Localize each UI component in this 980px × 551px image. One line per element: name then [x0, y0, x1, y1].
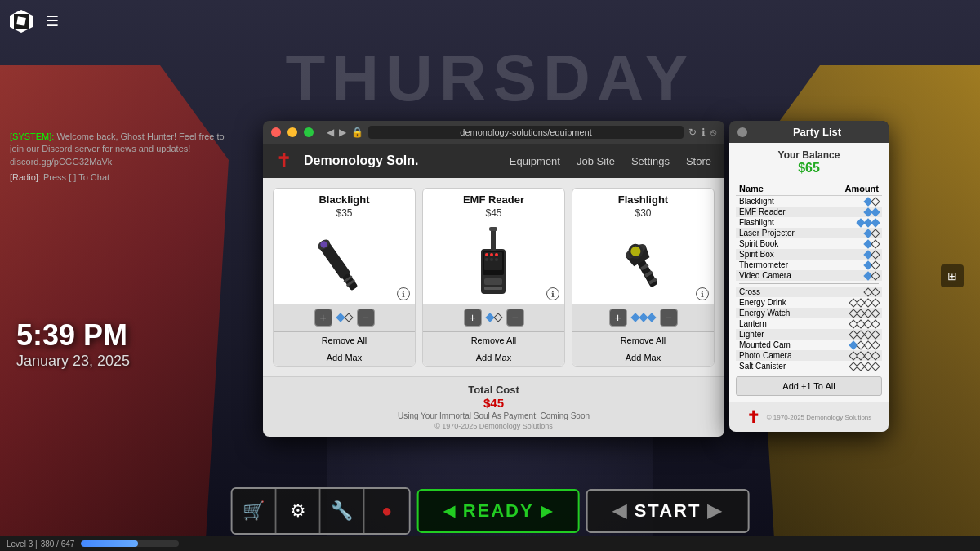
item-name: Video Camera: [736, 270, 824, 281]
emf-name: EMF Reader: [423, 189, 564, 207]
current-time: 5:39 PM: [16, 318, 130, 353]
emf-count: [487, 314, 501, 321]
roblox-controls: ☰: [10, 10, 59, 33]
diamond-empty: [344, 313, 353, 322]
blacklight-image: ℹ: [274, 222, 415, 304]
item-amount: [824, 228, 882, 238]
table-row: Energy Drink: [736, 297, 882, 308]
start-chevron-right: ▶: [707, 500, 723, 522]
maximize-button[interactable]: [304, 127, 314, 137]
col-name: Name: [736, 182, 824, 196]
table-row: Salt Canister: [736, 361, 882, 371]
blacklight-add-max[interactable]: Add Max: [274, 349, 415, 366]
shield-icon: 🔒: [351, 127, 363, 138]
forward-icon[interactable]: ▶: [339, 127, 346, 138]
footer-note: Using Your Immortal Soul As Payment: Com…: [276, 411, 711, 420]
flashlight-remove[interactable]: −: [660, 309, 678, 327]
emf-add[interactable]: +: [464, 309, 482, 327]
ready-button[interactable]: ◀ READY ▶: [417, 489, 580, 533]
emf-remove[interactable]: −: [506, 309, 524, 327]
item-amount: [824, 196, 882, 207]
balance-value: $65: [736, 161, 882, 176]
flashlight-remove-all[interactable]: Remove All: [572, 331, 714, 349]
party-header: Party List: [729, 121, 889, 143]
table-row: Cross: [736, 287, 882, 297]
blacklight-add[interactable]: +: [314, 309, 332, 327]
svg-point-13: [495, 253, 498, 256]
ready-chevron-right: ▶: [541, 502, 554, 520]
hamburger-menu[interactable]: ☰: [46, 12, 59, 30]
emf-add-max[interactable]: Add Max: [423, 349, 564, 366]
blacklight-remove-all[interactable]: Remove All: [274, 331, 415, 349]
party-table: Name Amount Blacklight EMF Reader Flashl…: [736, 182, 882, 371]
item-amount: [824, 308, 882, 318]
blacklight-count: [337, 314, 352, 321]
table-row: Thermometer: [736, 260, 882, 270]
emf-price: $45: [423, 207, 564, 219]
party-cross-icon: ✝: [746, 407, 760, 427]
refresh-icon[interactable]: ↻: [688, 127, 697, 138]
browser-window: ◀ ▶ 🔒 ↻ ℹ ⎋ ✝ Demonology Soln. Equipment…: [263, 121, 724, 437]
total-cost-value: $45: [276, 396, 711, 410]
settings-icon-button[interactable]: ⚙: [277, 489, 321, 533]
roblox-logo[interactable]: [10, 10, 33, 33]
browser-nav: ◀ ▶ 🔒 ↻ ℹ ⎋: [327, 126, 716, 139]
party-copyright: © 1970-2025 Demonology Solutions: [767, 414, 872, 421]
blacklight-remove[interactable]: −: [357, 309, 375, 327]
level-progress-bar: [81, 540, 179, 547]
item-name: Spirit Box: [736, 249, 824, 260]
item-name: Mounted Cam: [736, 340, 824, 350]
diamond-3: [647, 313, 656, 322]
party-status-dot: [737, 127, 747, 137]
time-display: 5:39 PM January 23, 2025: [16, 318, 130, 370]
minimize-button[interactable]: [287, 127, 297, 137]
flashlight-card: Flashlight $30 ℹ +: [572, 188, 715, 367]
blacklight-name: Blacklight: [274, 189, 415, 207]
flashlight-price: $30: [572, 207, 714, 219]
svg-point-11: [485, 253, 488, 256]
item-name: Spirit Book: [736, 238, 824, 249]
table-row: Lantern: [736, 318, 882, 329]
close-button[interactable]: [271, 127, 281, 137]
wrench-icon-button[interactable]: 🔧: [321, 489, 365, 533]
svg-point-16: [495, 258, 498, 261]
emf-remove-all[interactable]: Remove All: [423, 331, 564, 349]
item-amount: [824, 249, 882, 260]
item-amount: [824, 287, 882, 297]
item-amount: [824, 238, 882, 249]
flashlight-count: [632, 314, 655, 321]
table-row: Spirit Box: [736, 249, 882, 260]
add-all-button[interactable]: Add +1 To All: [736, 376, 882, 396]
nav-jobsite[interactable]: Job Site: [577, 155, 615, 167]
flashlight-image: ℹ: [572, 222, 714, 304]
flashlight-add-max[interactable]: Add Max: [572, 349, 714, 366]
radio-text: Press [ ] To Chat: [43, 172, 109, 182]
flashlight-name: Flashlight: [572, 189, 714, 207]
app-nav: Equipment Job Site Settings Store: [510, 155, 711, 167]
back-icon[interactable]: ◀: [327, 127, 334, 138]
party-footer: ✝ © 1970-2025 Demonology Solutions: [729, 402, 889, 432]
flashlight-add[interactable]: +: [609, 309, 627, 327]
table-row: Video Camera: [736, 270, 882, 281]
flashlight-info[interactable]: ℹ: [696, 287, 709, 300]
diamond-empty: [493, 313, 502, 322]
start-button[interactable]: ◀ START ▶: [586, 489, 750, 533]
red-circle-button[interactable]: ●: [365, 489, 409, 533]
camera-button[interactable]: ⊞: [941, 264, 964, 287]
nav-settings[interactable]: Settings: [631, 155, 670, 167]
item-name: Thermometer: [736, 260, 824, 270]
level-bar: Level 3 | 380 / 647: [0, 536, 980, 551]
nav-equipment[interactable]: Equipment: [510, 155, 560, 167]
nav-store[interactable]: Store: [686, 155, 711, 167]
item-amount: [824, 217, 882, 228]
info-icon[interactable]: ℹ: [702, 127, 706, 138]
start-chevron-left: ◀: [612, 500, 628, 522]
url-bar[interactable]: [368, 126, 684, 139]
cart-icon-button[interactable]: 🛒: [233, 489, 277, 533]
blacklight-info[interactable]: ℹ: [397, 287, 410, 300]
emf-info[interactable]: ℹ: [546, 287, 559, 300]
blacklight-card: Blacklight $35 ℹ + −: [273, 188, 416, 367]
share-icon[interactable]: ⎋: [710, 127, 716, 138]
system-message: [SYSTEM]: Welcome back, Ghost Hunter! Fe…: [10, 131, 238, 168]
level-xp: 380 / 647: [41, 540, 75, 549]
